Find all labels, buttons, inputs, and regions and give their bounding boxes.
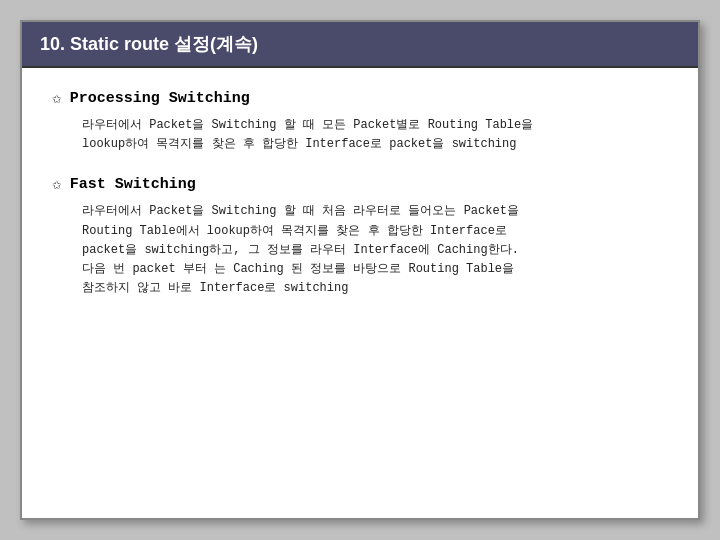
section2-line5: 참조하지 않고 바로 Interface로 switching bbox=[82, 281, 348, 295]
section2-line4: 다음 번 packet 부터 는 Caching 된 정보를 바탕으로 Rout… bbox=[82, 262, 514, 276]
slide-title: 10. Static route 설정(계속) bbox=[40, 34, 258, 54]
section2-title: Fast Switching bbox=[70, 176, 196, 193]
section2-line1: 라우터에서 Packet을 Switching 할 때 처음 라우터로 들어오는… bbox=[82, 204, 519, 218]
section2-line2: Routing Table에서 lookup하여 목격지를 찾은 후 합당한 I… bbox=[82, 224, 507, 238]
section-fast-switching: ✩ Fast Switching 라우터에서 Packet을 Switching… bbox=[52, 174, 668, 298]
section1-content: 라우터에서 Packet을 Switching 할 때 모든 Packet별로 … bbox=[52, 116, 668, 154]
section1-line1: 라우터에서 Packet을 Switching 할 때 모든 Packet별로 … bbox=[82, 118, 533, 132]
section-processing-switching: ✩ Processing Switching 라우터에서 Packet을 Swi… bbox=[52, 88, 668, 154]
section2-title-row: ✩ Fast Switching bbox=[52, 174, 668, 194]
slide-container: 10. Static route 설정(계속) ✩ Processing Swi… bbox=[20, 20, 700, 520]
slide-body: ✩ Processing Switching 라우터에서 Packet을 Swi… bbox=[22, 68, 698, 518]
star-icon-1: ✩ bbox=[52, 88, 62, 108]
section2-content: 라우터에서 Packet을 Switching 할 때 처음 라우터로 들어오는… bbox=[52, 202, 668, 298]
star-icon-2: ✩ bbox=[52, 174, 62, 194]
section1-title: Processing Switching bbox=[70, 90, 250, 107]
slide-header: 10. Static route 설정(계속) bbox=[22, 22, 698, 68]
section2-line3: packet을 switching하고, 그 정보를 라우터 Interface… bbox=[82, 243, 519, 257]
section1-line2: lookup하여 목격지를 찾은 후 합당한 Interface로 packet… bbox=[82, 137, 516, 151]
section1-title-row: ✩ Processing Switching bbox=[52, 88, 668, 108]
